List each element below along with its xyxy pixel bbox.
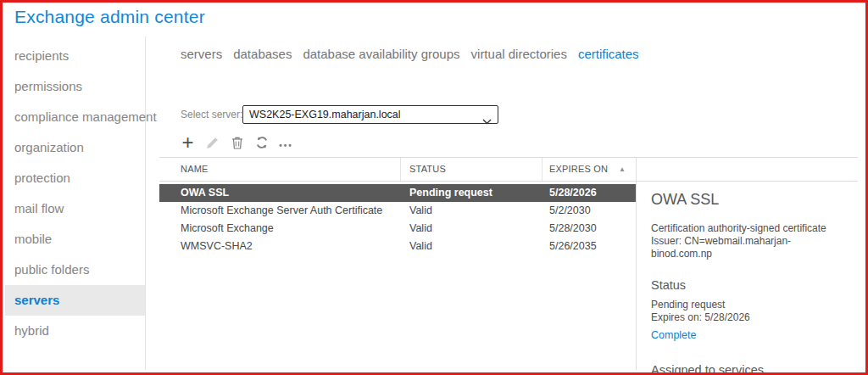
certificates-table: NAME STATUS EXPIRES ON ▲ OWA SSL Pending…	[159, 157, 858, 370]
column-header-name[interactable]: NAME	[159, 158, 401, 181]
tab-bar: servers databases database availability …	[181, 47, 639, 61]
more-button[interactable]: •••	[279, 133, 293, 152]
cell-status: Valid	[401, 220, 542, 238]
sidebar-item-servers[interactable]: servers	[5, 285, 145, 316]
sidebar-item-public-folders[interactable]: public folders	[5, 255, 145, 285]
assigned-services-heading: Assigned to services	[651, 363, 846, 375]
sidebar-item-mobile[interactable]: mobile	[5, 224, 145, 255]
cell-name: Microsoft Exchange Server Auth Certifica…	[159, 202, 401, 220]
column-header-expires-on[interactable]: EXPIRES ON ▲	[542, 158, 636, 181]
sidebar-item-protection[interactable]: protection	[5, 163, 145, 193]
cell-status: Pending request	[401, 184, 542, 202]
cell-name: WMSVC-SHA2	[159, 238, 401, 255]
page-title: Exchange admin center	[14, 7, 205, 27]
cell-status: Valid	[401, 238, 542, 255]
sidebar-item-compliance-management[interactable]: compliance management	[5, 102, 145, 132]
exchange-admin-center-window: Exchange admin center recipients permiss…	[0, 0, 868, 375]
select-server-label: Select server:	[181, 109, 242, 120]
refresh-icon	[255, 136, 269, 149]
delete-button[interactable]	[230, 133, 244, 152]
sidebar-item-mail-flow[interactable]: mail flow	[5, 193, 145, 224]
table-body: OWA SSL Pending request 5/28/2026 Micros…	[159, 182, 636, 370]
pencil-icon	[206, 137, 219, 149]
sidebar: recipients permissions compliance manage…	[5, 36, 146, 370]
server-select-dropdown[interactable]: WS2K25-EXG19.maharjan.local	[242, 105, 498, 124]
sort-ascending-icon: ▲	[619, 158, 626, 181]
certificate-type-text: Certification authority-signed certifica…	[651, 222, 846, 235]
chevron-down-icon	[482, 113, 492, 128]
cell-expires-on: 5/28/2030	[542, 220, 636, 238]
complete-link[interactable]: Complete	[651, 329, 697, 341]
table-row[interactable]: Microsoft Exchange Server Auth Certifica…	[159, 202, 636, 220]
toolbar: + •••	[181, 131, 293, 154]
cell-expires-on: 5/26/2035	[542, 238, 636, 255]
details-pane: OWA SSL Certification authority-signed c…	[636, 158, 858, 370]
column-header-expires-on-label: EXPIRES ON	[549, 164, 608, 174]
sidebar-item-permissions[interactable]: permissions	[5, 71, 145, 102]
main-content: servers databases database availability …	[146, 36, 863, 370]
column-header-status[interactable]: STATUS	[401, 158, 542, 181]
status-heading: Status	[651, 278, 846, 292]
details-title: OWA SSL	[651, 191, 846, 209]
cell-expires-on: 5/28/2026	[542, 184, 636, 202]
cell-status: Valid	[401, 202, 542, 220]
refresh-button[interactable]	[254, 133, 269, 152]
edit-button[interactable]	[205, 133, 220, 152]
table-row[interactable]: Microsoft Exchange Valid 5/28/2030	[159, 220, 636, 238]
cell-name: Microsoft Exchange	[159, 220, 401, 238]
tab-certificates[interactable]: certificates	[578, 47, 639, 61]
sidebar-item-recipients[interactable]: recipients	[5, 41, 145, 71]
certificate-issuer-text: Issuer: CN=webmail.maharjan-binod.com.np	[651, 235, 846, 260]
sidebar-item-hybrid[interactable]: hybrid	[5, 316, 145, 346]
tab-database-availability-groups[interactable]: database availability groups	[303, 47, 459, 61]
trash-icon	[231, 137, 243, 149]
cell-name: OWA SSL	[159, 184, 401, 202]
add-button[interactable]: +	[181, 133, 195, 152]
sidebar-item-organization[interactable]: organization	[5, 132, 145, 163]
cell-expires-on: 5/2/2030	[542, 202, 636, 220]
tab-servers[interactable]: servers	[181, 47, 222, 61]
tab-virtual-directories[interactable]: virtual directories	[471, 47, 567, 61]
table-row[interactable]: WMSVC-SHA2 Valid 5/26/2035	[159, 238, 636, 255]
status-value: Pending request	[651, 299, 846, 311]
tab-databases[interactable]: databases	[233, 47, 292, 61]
expires-on-text: Expires on: 5/28/2026	[651, 311, 846, 324]
table-row[interactable]: OWA SSL Pending request 5/28/2026	[159, 184, 636, 202]
server-select-value: WS2K25-EXG19.maharjan.local	[249, 109, 401, 120]
